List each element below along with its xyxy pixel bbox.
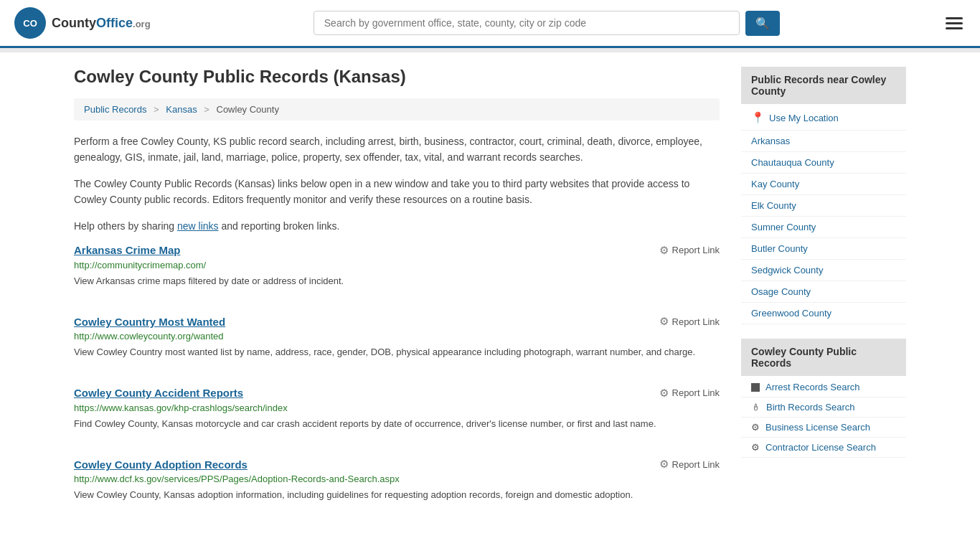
nearby-item-7: Osage County bbox=[741, 281, 906, 303]
record-entry-cowley-most-wanted: Cowley Country Most Wanted ⚙ Report Link… bbox=[74, 315, 720, 367]
record-header: Cowley Country Most Wanted ⚙ Report Link bbox=[74, 315, 720, 328]
use-location-label: Use My Location bbox=[769, 113, 839, 123]
nearby-heading: Public Records near Cowley County bbox=[741, 67, 906, 104]
record-desc-arkansas-crime-map: View Arkansas crime maps filtered by dat… bbox=[74, 274, 720, 288]
nearby-item-6: Sedgwick County bbox=[741, 260, 906, 281]
report-label-arkansas-crime-map: Report Link bbox=[672, 245, 720, 255]
record-entry-arkansas-crime-map: Arkansas Crime Map ⚙ Report Link http://… bbox=[74, 244, 720, 296]
new-links-link[interactable]: new links bbox=[177, 220, 219, 232]
record-icon-square bbox=[751, 383, 760, 392]
sidebar-record-item-2: ⚙Business License Search bbox=[741, 418, 906, 438]
nearby-item-1: Chautauqua County bbox=[741, 152, 906, 174]
breadcrumb-sep2: > bbox=[204, 104, 209, 115]
nearby-section: Public Records near Cowley County 📍 Use … bbox=[741, 67, 906, 324]
menu-button[interactable] bbox=[943, 14, 966, 32]
record-title-cowley-accident-reports[interactable]: Cowley County Accident Reports bbox=[74, 387, 243, 399]
record-title-arkansas-crime-map[interactable]: Arkansas Crime Map bbox=[74, 244, 180, 256]
report-link-cowley-most-wanted[interactable]: ⚙ Report Link bbox=[659, 315, 720, 328]
report-icon-arkansas-crime-map: ⚙ bbox=[659, 244, 669, 257]
nearby-link-2[interactable]: Kay County bbox=[741, 174, 906, 195]
report-label-cowley-accident-reports: Report Link bbox=[672, 387, 720, 398]
nearby-link-3[interactable]: Elk County bbox=[741, 195, 906, 217]
sidebar-record-link-2[interactable]: Business License Search bbox=[765, 422, 870, 433]
public-records-list: Arrest Records Search🕯Birth Records Sear… bbox=[741, 377, 906, 458]
logo-area: CO CountyOffice.org bbox=[14, 7, 151, 39]
records-container: Arkansas Crime Map ⚙ Report Link http://… bbox=[74, 244, 720, 509]
record-icon-gear: ⚙ bbox=[751, 442, 760, 453]
menu-icon-line3 bbox=[946, 27, 963, 29]
breadcrumb-kansas[interactable]: Kansas bbox=[166, 104, 197, 115]
report-icon-cowley-adoption-records: ⚙ bbox=[659, 458, 669, 471]
breadcrumb-sep1: > bbox=[154, 104, 159, 115]
nearby-item-3: Elk County bbox=[741, 195, 906, 217]
record-header: Cowley County Adoption Records ⚙ Report … bbox=[74, 458, 720, 471]
record-url-arkansas-crime-map: http://communitycrimemap.com/ bbox=[74, 260, 720, 270]
record-title-cowley-adoption-records[interactable]: Cowley County Adoption Records bbox=[74, 458, 248, 471]
record-header: Cowley County Accident Reports ⚙ Report … bbox=[74, 387, 720, 400]
nearby-link-6[interactable]: Sedgwick County bbox=[741, 260, 906, 281]
sidebar: Public Records near Cowley County 📍 Use … bbox=[741, 67, 906, 529]
nearby-link-5[interactable]: Butler County bbox=[741, 238, 906, 260]
use-my-location[interactable]: 📍 Use My Location bbox=[741, 105, 906, 131]
sidebar-record-link-3[interactable]: Contractor License Search bbox=[765, 442, 876, 453]
nearby-link-8[interactable]: Greenwood County bbox=[741, 303, 906, 324]
report-link-cowley-adoption-records[interactable]: ⚙ Report Link bbox=[659, 458, 720, 471]
description-2: The Cowley County Public Records (Kansas… bbox=[74, 176, 720, 208]
sidebar-record-link-1[interactable]: Birth Records Search bbox=[766, 402, 855, 413]
record-url-cowley-adoption-records: http://www.dcf.ks.gov/services/PPS/Pages… bbox=[74, 474, 720, 484]
search-icon: 🔍 bbox=[755, 17, 770, 29]
description-1: Perform a free Cowley County, KS public … bbox=[74, 133, 720, 166]
record-desc-cowley-accident-reports: Find Cowley County, Kansas motorcycle an… bbox=[74, 417, 720, 431]
nearby-link-4[interactable]: Sumner County bbox=[741, 217, 906, 238]
records-heading: Cowley County Public Records bbox=[741, 339, 906, 376]
nearby-item-0: Arkansas bbox=[741, 131, 906, 152]
description-3-prefix: Help others by sharing bbox=[74, 220, 177, 232]
record-title-cowley-most-wanted[interactable]: Cowley Country Most Wanted bbox=[74, 316, 225, 328]
nearby-list: ArkansasChautauqua CountyKay CountyElk C… bbox=[741, 131, 906, 324]
nearby-item-2: Kay County bbox=[741, 174, 906, 195]
report-label-cowley-most-wanted: Report Link bbox=[672, 316, 720, 327]
breadcrumb: Public Records > Kansas > Cowley County bbox=[74, 98, 720, 121]
records-section: Cowley County Public Records Arrest Reco… bbox=[741, 339, 906, 458]
record-desc-cowley-most-wanted: View Cowley Country most wanted list by … bbox=[74, 345, 720, 359]
record-desc-cowley-adoption-records: View Cowley County, Kansas adoption info… bbox=[74, 488, 720, 502]
menu-icon-line2 bbox=[946, 22, 963, 24]
search-area: 🔍 bbox=[314, 11, 780, 36]
description-3-suffix: and reporting broken links. bbox=[219, 220, 340, 232]
main-container: Cowley County Public Records (Kansas) Pu… bbox=[60, 52, 920, 544]
record-icon-gear: ⚙ bbox=[751, 422, 760, 433]
nearby-item-8: Greenwood County bbox=[741, 303, 906, 324]
sidebar-record-item-0: Arrest Records Search bbox=[741, 377, 906, 397]
record-entry-cowley-adoption-records: Cowley County Adoption Records ⚙ Report … bbox=[74, 458, 720, 509]
sidebar-record-link-0[interactable]: Arrest Records Search bbox=[765, 382, 860, 392]
record-header: Arkansas Crime Map ⚙ Report Link bbox=[74, 244, 720, 257]
menu-icon-line1 bbox=[946, 17, 963, 19]
breadcrumb-public-records[interactable]: Public Records bbox=[84, 104, 146, 115]
record-url-cowley-most-wanted: http://www.cowleycounty.org/wanted bbox=[74, 331, 720, 342]
report-icon-cowley-most-wanted: ⚙ bbox=[659, 315, 669, 328]
report-label-cowley-adoption-records: Report Link bbox=[672, 459, 720, 470]
search-input[interactable] bbox=[314, 11, 740, 35]
description-3: Help others by sharing new links and rep… bbox=[74, 218, 720, 234]
page-title: Cowley County Public Records (Kansas) bbox=[74, 67, 720, 87]
record-icon-person: 🕯 bbox=[751, 402, 760, 413]
site-header: CO CountyOffice.org 🔍 bbox=[0, 0, 980, 48]
report-link-cowley-accident-reports[interactable]: ⚙ Report Link bbox=[659, 387, 720, 400]
report-link-arkansas-crime-map[interactable]: ⚙ Report Link bbox=[659, 244, 720, 257]
logo-icon: CO bbox=[14, 7, 46, 39]
report-icon-cowley-accident-reports: ⚙ bbox=[659, 387, 669, 400]
sidebar-record-item-1: 🕯Birth Records Search bbox=[741, 397, 906, 418]
record-entry-cowley-accident-reports: Cowley County Accident Reports ⚙ Report … bbox=[74, 387, 720, 438]
location-icon: 📍 bbox=[751, 111, 765, 124]
svg-text:CO: CO bbox=[23, 18, 37, 29]
nearby-link-1[interactable]: Chautauqua County bbox=[741, 152, 906, 174]
logo-text: CountyOffice.org bbox=[52, 16, 151, 31]
search-button[interactable]: 🔍 bbox=[745, 11, 780, 36]
sidebar-record-item-3: ⚙Contractor License Search bbox=[741, 438, 906, 458]
nearby-link-7[interactable]: Osage County bbox=[741, 281, 906, 303]
record-url-cowley-accident-reports: https://www.kansas.gov/khp-crashlogs/sea… bbox=[74, 402, 720, 413]
nearby-link-0[interactable]: Arkansas bbox=[741, 131, 906, 152]
breadcrumb-current: Cowley County bbox=[217, 104, 279, 115]
nearby-item-5: Butler County bbox=[741, 238, 906, 260]
nearby-item-4: Sumner County bbox=[741, 217, 906, 238]
